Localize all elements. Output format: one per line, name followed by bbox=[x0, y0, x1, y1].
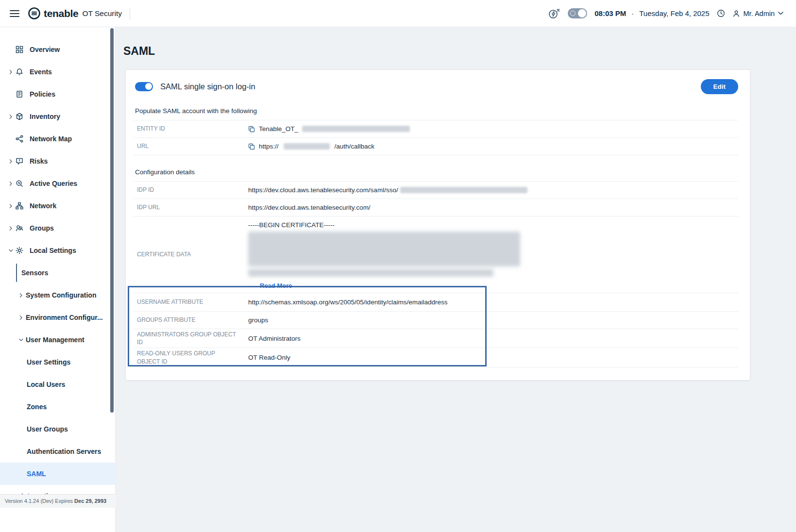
sidebar-item-overview[interactable]: Overview bbox=[0, 38, 115, 61]
sun-icon bbox=[570, 11, 576, 16]
user-icon bbox=[732, 10, 740, 17]
read-more-link[interactable]: Read More bbox=[260, 282, 292, 289]
url-prefix: https:// bbox=[259, 143, 279, 150]
gear-icon bbox=[16, 247, 24, 254]
query-pulse-icon bbox=[16, 180, 24, 187]
config-table: IDP ID https://dev.cloud.aws.tenablesecu… bbox=[134, 181, 738, 367]
sidebar-item-groups[interactable]: Groups bbox=[0, 217, 115, 239]
sidebar-item-label: Local Users bbox=[27, 381, 65, 388]
url-label: URL bbox=[134, 141, 248, 151]
redacted-text bbox=[302, 126, 410, 132]
chevron-down-icon[interactable] bbox=[16, 338, 26, 342]
redacted-text bbox=[400, 187, 527, 193]
sidebar-item-zones[interactable]: Zones bbox=[0, 396, 115, 418]
chevron-right-icon[interactable] bbox=[6, 204, 16, 208]
groups-icon bbox=[16, 224, 24, 232]
brand: tenable OT Security bbox=[28, 7, 122, 20]
sidebar-item-label: Risks bbox=[30, 157, 48, 165]
idp-url-value: https://dev.cloud.aws.tenablesecurity.co… bbox=[248, 204, 371, 211]
topbar-divider bbox=[130, 7, 130, 20]
bell-icon bbox=[16, 68, 24, 76]
chevron-down-icon bbox=[778, 12, 783, 15]
sidebar-scrollbar[interactable] bbox=[110, 28, 114, 413]
indent-guide bbox=[16, 264, 17, 282]
menu-button[interactable] bbox=[8, 8, 21, 19]
idp-id-value: https://dev.cloud.aws.tenablesecurity.co… bbox=[248, 186, 398, 194]
edit-button[interactable]: Edit bbox=[701, 79, 739, 94]
page-title: SAML bbox=[123, 45, 796, 58]
chevron-right-icon[interactable] bbox=[16, 316, 26, 320]
chevron-right-icon[interactable] bbox=[6, 226, 16, 231]
user-menu[interactable]: Mr. Admin bbox=[732, 10, 783, 17]
cube-icon bbox=[16, 113, 24, 120]
chevron-right-icon[interactable] bbox=[6, 115, 16, 119]
chevron-right-icon[interactable] bbox=[16, 293, 26, 298]
tenable-logo-icon bbox=[28, 7, 41, 20]
sidebar-item-authentication-servers[interactable]: Authentication Servers bbox=[0, 440, 115, 463]
sidebar-item-system-configuration[interactable]: System Configuration bbox=[0, 284, 115, 306]
username-attribute-label: USERNAME ATTRIBUTE bbox=[134, 297, 248, 307]
config-section-title: Configuration details bbox=[135, 168, 738, 176]
sidebar-item-label: Policies bbox=[30, 90, 55, 98]
table-row-readonly-group: READ-ONLY USERS GROUP OBJECT ID OT Read-… bbox=[134, 348, 738, 367]
idp-id-label: IDP ID bbox=[134, 184, 248, 195]
redacted-certificate-block bbox=[248, 232, 520, 266]
sidebar-item-inventory[interactable]: Inventory bbox=[0, 105, 115, 128]
sidebar-item-active-queries[interactable]: Active Queries bbox=[0, 172, 115, 195]
clock-icon[interactable] bbox=[717, 9, 725, 17]
chevron-right-icon[interactable] bbox=[6, 159, 16, 164]
chevron-right-icon[interactable] bbox=[6, 70, 16, 74]
sidebar-item-user-groups[interactable]: User Groups bbox=[0, 418, 115, 440]
populate-section-title: Populate SAML account with the following bbox=[135, 107, 738, 115]
sidebar-item-local-users[interactable]: Local Users bbox=[0, 373, 115, 396]
readonly-group-label: READ-ONLY USERS GROUP OBJECT ID bbox=[134, 348, 248, 366]
table-row-groups-attribute: GROUPS ATTRIBUTE groups bbox=[134, 311, 738, 329]
sidebar-item-saml[interactable]: SAML bbox=[0, 463, 115, 485]
sidebar-item-user-settings[interactable]: User Settings bbox=[0, 351, 115, 373]
sidebar: Overview Events Policies Inventory Netwo… bbox=[0, 27, 116, 532]
sidebar-item-integrations[interactable]: Integrations bbox=[0, 485, 115, 494]
sidebar-item-label: Active Queries bbox=[30, 180, 77, 187]
brand-name: tenable bbox=[44, 8, 78, 19]
saml-sso-toggle-label: SAML single sign-on log-in bbox=[160, 82, 255, 91]
sidebar-item-network-map[interactable]: Network Map bbox=[0, 128, 115, 150]
toggle-knob bbox=[145, 83, 152, 90]
clock-time: 08:03 PM bbox=[594, 9, 626, 17]
sidebar-item-label: Authentication Servers bbox=[27, 448, 101, 455]
entity-id-label: ENTITY ID bbox=[134, 123, 248, 134]
idp-url-label: IDP URL bbox=[134, 202, 248, 213]
sidebar-item-label: Network Map bbox=[30, 135, 72, 143]
sidebar-item-label: Sensors bbox=[21, 269, 48, 277]
chevron-down-icon[interactable] bbox=[6, 249, 16, 253]
url-suffix: /auth/callback bbox=[335, 143, 375, 150]
sidebar-item-sensors[interactable]: Sensors bbox=[0, 262, 115, 284]
table-row-certificate: CERTIFICATE DATA -----BEGIN CERTIFICATE-… bbox=[134, 216, 738, 293]
saml-card: SAML single sign-on log-in Edit Populate… bbox=[125, 69, 750, 381]
certificate-label: CERTIFICATE DATA bbox=[134, 249, 248, 260]
alert-bubble-icon bbox=[16, 157, 24, 165]
entity-id-value: Tenable_OT_ bbox=[259, 125, 298, 133]
dark-mode-toggle[interactable] bbox=[568, 8, 587, 18]
sidebar-item-risks[interactable]: Risks bbox=[0, 150, 115, 172]
sidebar-item-policies[interactable]: Policies bbox=[0, 83, 115, 105]
sidebar-item-user-management[interactable]: User Management bbox=[0, 329, 115, 351]
table-row-administrators-group: ADMINISTRATORS GROUP OBJECT ID OT Admini… bbox=[134, 329, 738, 348]
administrators-group-label: ADMINISTRATORS GROUP OBJECT ID bbox=[134, 329, 248, 348]
toggle-knob bbox=[578, 9, 586, 17]
copy-icon[interactable] bbox=[248, 143, 255, 150]
sidebar-item-label: User Settings bbox=[27, 358, 70, 366]
license-invalid-icon[interactable] bbox=[548, 8, 560, 19]
saml-sso-toggle[interactable] bbox=[135, 82, 153, 91]
version-expiry-date: Dec 29, 2993 bbox=[74, 498, 106, 504]
user-name: Mr. Admin bbox=[744, 10, 775, 17]
hamburger-icon bbox=[10, 10, 19, 17]
sidebar-item-network[interactable]: Network bbox=[0, 195, 115, 217]
document-icon bbox=[16, 90, 24, 98]
sidebar-item-local-settings[interactable]: Local Settings bbox=[0, 239, 115, 262]
sidebar-item-label: Environment Configur... bbox=[26, 314, 103, 321]
sidebar-item-environment-configuration[interactable]: Environment Configur... bbox=[0, 306, 115, 329]
administrators-group-value: OT Administrators bbox=[248, 335, 301, 342]
sidebar-item-events[interactable]: Events bbox=[0, 61, 115, 83]
chevron-right-icon[interactable] bbox=[6, 182, 16, 186]
copy-icon[interactable] bbox=[248, 126, 255, 133]
